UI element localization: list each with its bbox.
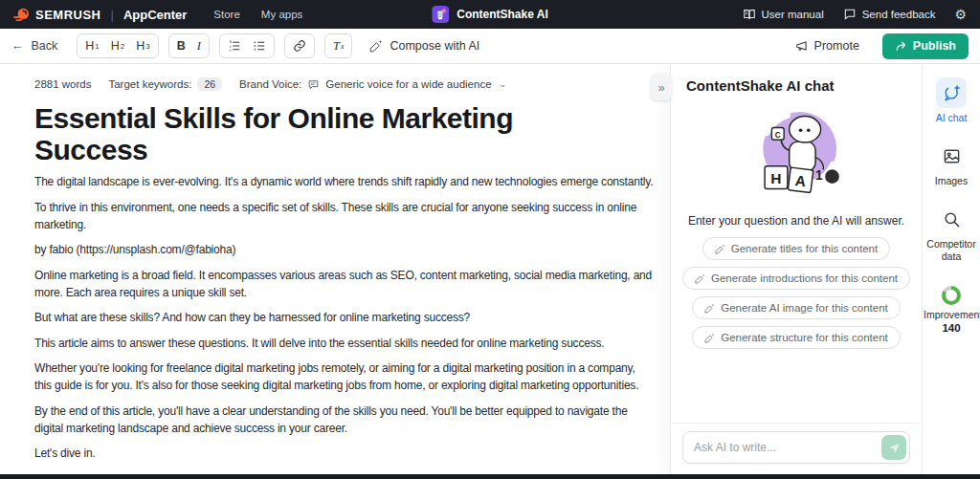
content-region: 2881 words Target keywords: 26 Brand Voi… xyxy=(0,64,980,474)
editor-toolbar: ← Back H1 H2 H3 B I xyxy=(0,29,980,64)
rail-item-competitor-data[interactable]: Competitor data xyxy=(924,204,979,263)
publish-button[interactable]: Publish xyxy=(882,33,969,59)
block-letter-a: A xyxy=(794,172,807,189)
user-manual-label: User manual xyxy=(762,9,824,20)
bullet-list-icon xyxy=(253,39,266,53)
bullet-list-button[interactable] xyxy=(247,35,272,56)
contentshake-logo-icon xyxy=(432,6,449,23)
list-buttons-group xyxy=(219,33,275,58)
link-group xyxy=(284,33,315,58)
rail-label-competitor-data: Competitor data xyxy=(924,238,979,263)
nav-store[interactable]: Store xyxy=(213,9,240,20)
semrush-flame-icon xyxy=(13,7,30,23)
brand-voice-label: Brand Voice: xyxy=(239,78,301,90)
magic-pen-icon xyxy=(704,303,715,314)
article-paragraph[interactable]: Online marketing is a broad field. It en… xyxy=(34,267,655,301)
publish-label: Publish xyxy=(913,39,956,53)
ask-ai-input[interactable] xyxy=(682,431,910,464)
h3-button[interactable]: H3 xyxy=(130,35,155,56)
contentshake-chat-panel: ContentShake AI chat C H A xyxy=(670,64,922,474)
semrush-logo[interactable]: SEMRUSH | AppCenter xyxy=(13,7,187,23)
generate-ai-image-button[interactable]: Generate AI image for this content xyxy=(692,296,901,319)
article-paragraph[interactable]: By the end of this article, you'll have … xyxy=(34,403,655,437)
rail-label-images: Images xyxy=(935,175,968,187)
top-bar: SEMRUSH | AppCenter Store My apps Conten… xyxy=(0,0,980,29)
article-paragraph[interactable]: This article aims to answer these questi… xyxy=(34,335,655,352)
clear-format-button[interactable]: Tx xyxy=(327,35,350,56)
robot-illustration: C H A 1 xyxy=(671,99,922,207)
insert-link-button[interactable] xyxy=(287,35,312,56)
feedback-bubble-icon xyxy=(843,8,857,21)
h2-button[interactable]: H2 xyxy=(105,35,130,56)
rail-item-images[interactable]: Images xyxy=(935,141,968,187)
tools-rail: AI chat Images Competitor data xyxy=(922,64,980,474)
back-label: Back xyxy=(32,39,58,53)
clear-format-group: Tx xyxy=(324,33,353,58)
bottom-window-edge xyxy=(0,474,980,479)
topbar-right: User manual Send feedback ⚙ xyxy=(743,8,968,21)
brand-name: SEMRUSH xyxy=(35,8,101,22)
rail-label-ai-chat: AI chat xyxy=(936,112,968,124)
brand-divider: | xyxy=(111,8,114,22)
send-feedback-label: Send feedback xyxy=(862,9,936,20)
h1-button[interactable]: H1 xyxy=(79,35,104,56)
magic-pen-icon xyxy=(695,273,705,284)
block-letter-h: H xyxy=(770,170,781,186)
chat-input-section xyxy=(671,423,922,474)
suite-name: AppCenter xyxy=(123,8,187,22)
ai-chat-icon-box xyxy=(936,77,967,108)
brand-voice-value: Generic voice for a wide audience xyxy=(325,78,491,90)
app-identity: ContentShake AI xyxy=(432,6,548,23)
user-manual-link[interactable]: User manual xyxy=(743,8,824,21)
block-letter-1: 1 xyxy=(815,168,823,183)
publish-arrow-icon xyxy=(895,40,907,53)
settings-gear-icon[interactable]: ⚙ xyxy=(954,8,967,21)
text-style-group: B I xyxy=(168,33,210,58)
article-paragraph[interactable]: To thrive in this environment, one needs… xyxy=(34,199,655,233)
back-button[interactable]: ← Back xyxy=(11,39,57,53)
generate-structure-button[interactable]: Generate structure for this content xyxy=(692,326,901,349)
italic-button[interactable]: I xyxy=(191,35,207,56)
compose-with-ai-button[interactable]: Compose with AI xyxy=(369,39,479,53)
rail-item-improvements[interactable]: Improvements 140 xyxy=(924,280,979,334)
article-paragraph[interactable]: But what are these skills? And how can t… xyxy=(34,309,655,326)
article-editor[interactable]: 2881 words Target keywords: 26 Brand Voi… xyxy=(0,64,662,474)
competitor-data-icon-box xyxy=(936,204,967,234)
brand-voice-selector[interactable]: Brand Voice: Generic voice for a wide au… xyxy=(239,78,506,91)
generate-introductions-button[interactable]: Generate introductions for this content xyxy=(682,267,910,290)
chat-panel-title: ContentShake AI chat xyxy=(671,64,922,98)
heading-buttons-group: H1 H2 H3 xyxy=(77,33,158,58)
top-nav: Store My apps xyxy=(213,9,302,20)
send-button[interactable] xyxy=(881,435,906,460)
bold-button[interactable]: B xyxy=(171,35,191,56)
ai-chat-icon xyxy=(943,84,961,102)
improvements-count: 140 xyxy=(942,322,960,334)
document-stats: 2881 words Target keywords: 26 Brand Voi… xyxy=(34,77,655,91)
target-keywords[interactable]: Target keywords: 26 xyxy=(108,77,222,91)
promote-button[interactable]: Promote xyxy=(795,39,859,53)
generate-titles-button[interactable]: Generate titles for this content xyxy=(702,237,890,260)
rail-item-ai-chat[interactable]: AI chat xyxy=(936,77,968,124)
megaphone-icon xyxy=(795,39,809,53)
paper-plane-icon xyxy=(888,442,901,454)
ordered-list-icon xyxy=(228,39,241,53)
article-paragraph[interactable]: by fabio (https://unsplash.com/@fabioha) xyxy=(34,241,655,258)
collapse-panel-button[interactable]: » xyxy=(651,74,672,100)
word-count: 2881 words xyxy=(34,78,91,90)
keywords-label: Target keywords: xyxy=(108,78,191,90)
rail-label-improvements: Improvements xyxy=(924,309,979,321)
article-paragraph[interactable]: Let's dive in. xyxy=(34,445,655,462)
article-title[interactable]: Essential Skills for Online Marketing Su… xyxy=(34,102,609,165)
chat-hint-text: Enter your question and the AI will answ… xyxy=(680,214,912,228)
keywords-count-badge: 26 xyxy=(197,77,222,91)
promote-label: Promote xyxy=(814,39,859,53)
send-feedback-link[interactable]: Send feedback xyxy=(843,8,936,21)
ordered-list-button[interactable] xyxy=(222,35,247,56)
article-paragraph[interactable]: Whether you're looking for freelance dig… xyxy=(34,359,655,394)
nav-my-apps[interactable]: My apps xyxy=(261,9,302,20)
suggestion-buttons: Generate titles for this content Generat… xyxy=(671,237,922,349)
improvements-progress-ring xyxy=(942,286,961,305)
article-paragraph[interactable]: The digital landscape is ever-evolving. … xyxy=(34,173,655,190)
magic-pen-icon xyxy=(369,39,383,53)
magic-pen-icon xyxy=(715,244,725,254)
